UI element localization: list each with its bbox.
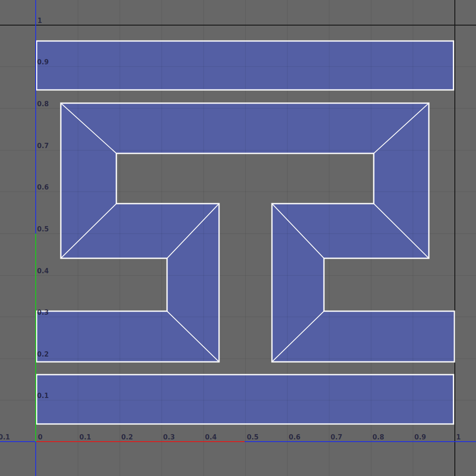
y-axis-tick-label: 0.3: [37, 309, 49, 316]
y-axis-tick-label: 0.6: [37, 183, 49, 191]
uv-canvas[interactable]: -0.100.10.20.30.40.50.60.70.80.9110.90.8…: [0, 0, 476, 476]
x-axis-tick-label: 0.6: [289, 433, 301, 441]
x-axis-tick-label: 0.9: [414, 433, 426, 441]
x-axis-tick-label: 0.2: [121, 433, 133, 441]
y-axis-tick-label: 0.5: [37, 225, 49, 233]
y-axis-tick-label: 1: [37, 17, 42, 25]
x-axis-tick-label: 1: [456, 433, 461, 441]
y-axis-tick-label: 0.9: [37, 58, 49, 66]
y-axis-tick-label: 0.4: [37, 267, 49, 275]
x-axis-tick-label: 0.7: [331, 433, 342, 441]
uv-island-fill-top-strip: [37, 41, 454, 90]
x-axis-tick-label: 0.3: [163, 433, 175, 441]
y-axis-tick-label: 0.7: [37, 142, 49, 150]
y-axis-tick-label: 0.8: [37, 100, 49, 108]
x-axis-tick-label: 0.1: [79, 433, 91, 441]
x-axis-tick-label: 0.4: [205, 433, 217, 441]
uv-editor-viewport[interactable]: -0.100.10.20.30.40.50.60.70.80.9110.90.8…: [0, 0, 476, 476]
y-axis-tick-label: 0.1: [37, 392, 49, 400]
uv-island-fill-bottom-strip: [37, 375, 454, 424]
x-axis-tick-label: 0: [38, 433, 42, 441]
x-axis-tick-label: 0.5: [247, 433, 259, 441]
x-axis-tick-label: -0.1: [0, 433, 10, 441]
x-axis-tick-label: 0.8: [372, 433, 384, 441]
y-axis-tick-label: 0.2: [37, 350, 49, 358]
